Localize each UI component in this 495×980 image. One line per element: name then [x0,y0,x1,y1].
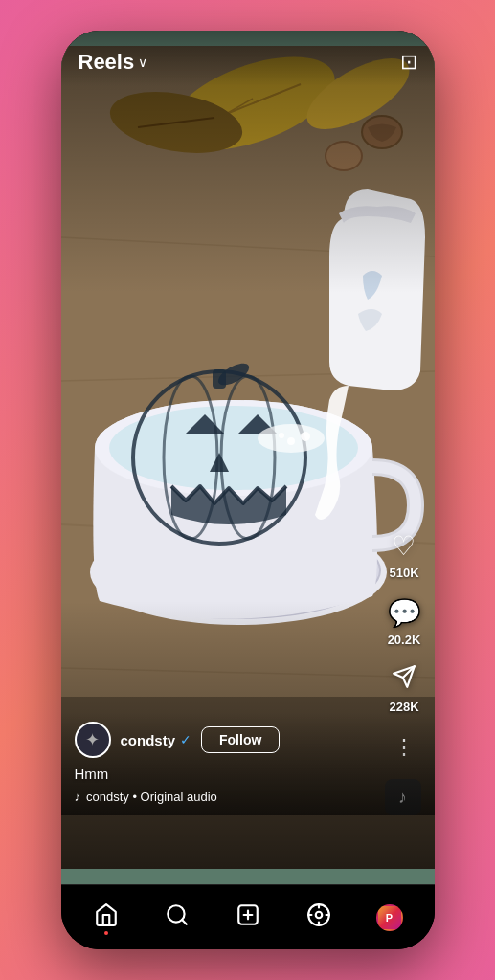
bottom-nav: P [61,884,435,949]
heart-icon[interactable]: ♡ [392,530,416,562]
header-title-group: Reels ∨ [79,50,148,75]
follow-button[interactable]: Follow [201,726,280,753]
nav-search[interactable] [142,902,213,933]
avatar-icon: ✦ [85,729,100,750]
comment-count: 20.2K [388,633,421,647]
camera-icon[interactable]: ⊡ [400,50,417,75]
bottom-info: ✦ condsty ✓ Follow Hmm ♪ condsty • Origi… [61,712,435,815]
header-title: Reels [79,50,135,75]
nav-home[interactable] [71,902,142,933]
like-action[interactable]: ♡ 510K [389,530,418,580]
share-icon[interactable] [392,664,416,696]
comment-icon[interactable]: 💬 [388,597,421,629]
reels-icon [306,902,331,933]
share-action[interactable]: 228K [389,664,418,714]
username[interactable]: condsty [121,732,176,748]
audio-row[interactable]: ♪ condsty • Original audio [75,790,421,804]
avatar[interactable]: ✦ [75,722,111,758]
profile-avatar: P [376,904,403,931]
nav-profile[interactable]: P [354,904,425,931]
username-row: condsty ✓ [121,732,192,748]
verified-icon: ✓ [180,732,191,747]
screen: Reels ∨ ⊡ ♡ 510K 💬 20.2K [61,31,435,949]
create-icon [236,902,260,933]
caption: Hmm [75,766,421,782]
search-icon [165,902,190,933]
nav-reels[interactable] [283,902,354,933]
home-active-dot [104,931,108,935]
svg-point-47 [315,911,322,918]
header: Reels ∨ ⊡ [61,31,435,86]
user-row: ✦ condsty ✓ Follow [75,722,421,758]
like-count: 510K [389,566,418,580]
nav-create[interactable] [213,902,283,933]
audio-text: condsty • Original audio [86,790,217,804]
chevron-down-icon[interactable]: ∨ [138,55,147,70]
comment-action[interactable]: 💬 20.2K [388,597,421,647]
audio-note-icon: ♪ [75,790,81,804]
home-icon [94,902,119,933]
video-area[interactable]: Reels ∨ ⊡ ♡ 510K 💬 20.2K [61,31,435,884]
phone-frame: Reels ∨ ⊡ ♡ 510K 💬 20.2K [61,31,435,949]
svg-line-42 [182,920,187,924]
